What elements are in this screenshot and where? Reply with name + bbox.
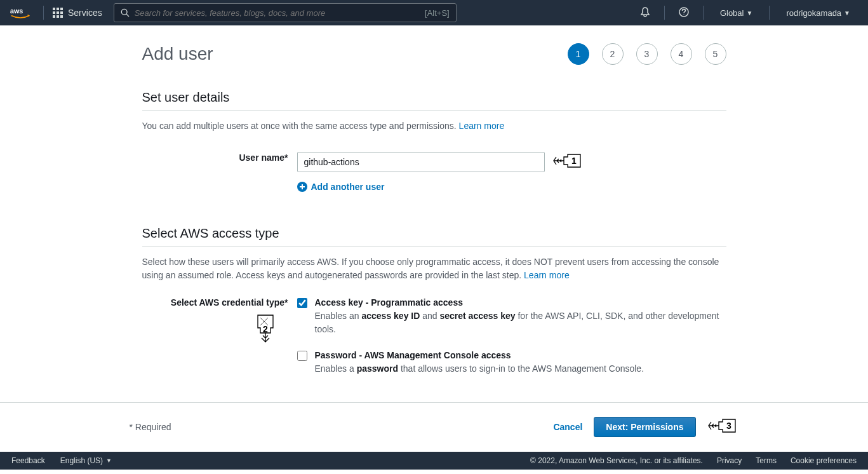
cookie-preferences-link[interactable]: Cookie preferences: [791, 456, 857, 465]
region-selector[interactable]: Global ▼: [712, 8, 760, 18]
svg-text:2: 2: [263, 324, 268, 334]
nav-divider: [703, 6, 704, 20]
add-another-user-label: Add another user: [311, 182, 385, 192]
plus-circle-icon: [297, 182, 307, 192]
account-menu[interactable]: rodrigokamada ▼: [778, 8, 858, 18]
search-input[interactable]: [135, 8, 420, 18]
step-5[interactable]: 5: [705, 43, 726, 65]
services-label: Services: [68, 8, 102, 18]
credential-option-console: Password - AWS Management Console access…: [297, 350, 726, 376]
wizard-action-bar: * Required Cancel Next: Permissions 3: [130, 403, 739, 452]
add-another-user-button[interactable]: Add another user: [297, 182, 584, 192]
nav-divider: [43, 6, 44, 20]
annotation-pointer-2: 2: [251, 311, 279, 345]
terms-link[interactable]: Terms: [756, 456, 777, 465]
step-1[interactable]: 1: [568, 43, 589, 65]
bell-icon: [640, 7, 650, 17]
annotation-pointer-3: 3: [707, 413, 739, 440]
divider: [142, 246, 726, 247]
svg-text:1: 1: [571, 156, 577, 166]
programmatic-access-desc: Enables an access key ID and secret acce…: [315, 309, 726, 336]
next-permissions-button[interactable]: Next: Permissions: [594, 417, 695, 437]
grid-icon: [53, 8, 63, 18]
step-4[interactable]: 4: [671, 43, 692, 65]
svg-line-2: [126, 14, 129, 17]
console-access-checkbox[interactable]: [297, 351, 307, 361]
copyright-text: © 2022, Amazon Web Services, Inc. or its…: [530, 456, 703, 465]
aws-logo[interactable]: aws: [10, 6, 30, 19]
learn-more-link[interactable]: Learn more: [524, 270, 570, 280]
language-label: English (US): [60, 456, 103, 465]
username-input[interactable]: [297, 152, 545, 172]
search-box[interactable]: [Alt+S]: [114, 3, 457, 22]
credential-option-programmatic: Access key - Programmatic access Enables…: [297, 297, 726, 336]
caret-down-icon: ▼: [106, 457, 112, 464]
page-footer: Feedback English (US) ▼ © 2022, Amazon W…: [0, 452, 868, 470]
privacy-link[interactable]: Privacy: [717, 456, 742, 465]
set-user-details-desc: You can add multiple users at once with …: [142, 119, 726, 133]
nav-divider: [769, 6, 770, 20]
svg-text:3: 3: [726, 421, 731, 431]
learn-more-link[interactable]: Learn more: [459, 121, 505, 131]
help-icon: [679, 7, 689, 17]
step-3[interactable]: 3: [636, 43, 658, 65]
top-nav: aws Services [Alt+S] Global ▼ rodrigokam…: [0, 0, 868, 25]
programmatic-access-title: Access key - Programmatic access: [315, 297, 726, 308]
access-type-title: Select AWS access type: [142, 226, 726, 241]
programmatic-access-checkbox[interactable]: [297, 298, 307, 308]
region-label: Global: [720, 8, 744, 18]
cancel-button[interactable]: Cancel: [553, 422, 582, 432]
main-content: Add user 1 2 3 4 5 Set user details You …: [130, 25, 739, 389]
nav-divider: [664, 6, 665, 20]
help-button[interactable]: [674, 7, 694, 19]
step-2[interactable]: 2: [602, 43, 624, 65]
access-type-desc: Select how these users will primarily ac…: [142, 255, 726, 282]
required-note: * Required: [130, 422, 171, 432]
annotation-pointer-1: 1: [552, 148, 584, 175]
page-title: Add user: [142, 44, 213, 64]
feedback-link[interactable]: Feedback: [11, 456, 45, 465]
notifications-button[interactable]: [635, 7, 655, 19]
divider: [142, 110, 726, 111]
set-user-details-title: Set user details: [142, 90, 726, 105]
svg-point-1: [121, 9, 127, 15]
console-access-desc: Enables a password that allows users to …: [315, 362, 726, 376]
credential-type-label: Select AWS credential type*: [142, 297, 297, 308]
search-shortcut: [Alt+S]: [425, 8, 450, 18]
services-menu-button[interactable]: Services: [53, 8, 102, 18]
search-icon: [121, 8, 130, 17]
console-access-title: Password - AWS Management Console access: [315, 350, 726, 360]
svg-text:aws: aws: [10, 7, 23, 15]
username-label: User name*: [142, 148, 297, 163]
language-selector[interactable]: English (US) ▼: [60, 456, 112, 465]
username-label: rodrigokamada: [786, 8, 841, 18]
caret-down-icon: ▼: [844, 10, 850, 17]
wizard-steps: 1 2 3 4 5: [568, 43, 726, 65]
caret-down-icon: ▼: [746, 10, 752, 17]
